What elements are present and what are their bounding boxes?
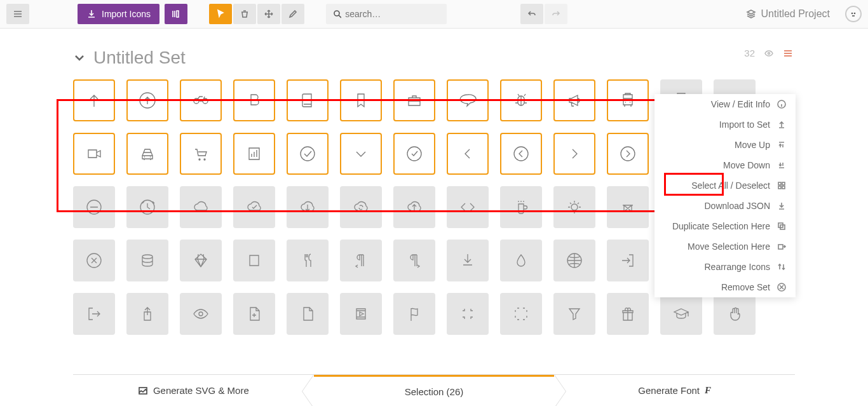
login-icon [618,251,637,270]
icon-cloud-sync[interactable] [340,186,382,228]
set-menu-icon[interactable] [783,48,793,58]
icon-flag[interactable] [393,293,435,335]
menu-item-duplicate[interactable]: Duplicate Selection Here [654,216,796,236]
import-icons-button[interactable]: Import Icons [78,4,159,24]
icon-diamond[interactable] [180,240,222,281]
icon-minus-circle[interactable] [73,186,115,228]
menu-item-moveup[interactable]: Move Up [654,135,796,155]
generate-font-tab[interactable]: Generate Font F [554,375,795,386]
icon-download[interactable] [447,240,489,281]
icon-gift[interactable] [607,293,649,335]
cutlery-icon [298,251,317,270]
icon-arrow-up[interactable] [73,79,115,121]
icon-bus[interactable] [607,79,649,121]
icon-video[interactable] [73,133,115,175]
icon-bold[interactable] [233,79,275,121]
icon-video-file[interactable] [340,293,382,335]
search-input[interactable] [345,9,440,19]
icon-bicycle[interactable] [180,79,222,121]
import-icon [86,9,97,19]
menu-item-upload[interactable]: Import to Set [654,114,796,135]
icon-cutlery[interactable] [287,240,329,281]
menu-item-download[interactable]: Download JSON [654,196,796,216]
icon-funnel[interactable] [553,293,595,335]
video-file-icon [351,304,370,323]
icon-logout[interactable] [73,293,115,335]
menu-button[interactable] [6,4,29,24]
search-box[interactable] [326,4,447,24]
icon-briefcase[interactable] [393,79,435,121]
user-avatar[interactable] [845,6,862,22]
project-name[interactable]: Untitled Project [746,8,831,20]
icon-share[interactable] [126,293,168,335]
icon-eye[interactable] [180,293,222,335]
file-icon [298,304,317,323]
icon-cloud-upload[interactable] [393,186,435,228]
menu-item-remove[interactable]: Remove Set [654,277,796,297]
edit-tool-button[interactable] [281,4,304,24]
undo-button[interactable] [520,4,543,24]
icon-book[interactable] [287,79,329,121]
generate-svg-tab[interactable]: Generate SVG & More [73,375,314,386]
chevron-down-icon[interactable] [73,51,86,64]
icon-bullhorn[interactable] [553,79,595,121]
icon-chevron-left-circle[interactable] [500,133,542,175]
icon-bookmark[interactable] [340,79,382,121]
icon-chevron-left[interactable] [447,133,489,175]
icon-arrow-up-circle[interactable] [126,79,168,121]
icon-drop[interactable] [500,240,542,281]
icon-fullscreen-exit[interactable] [447,293,489,335]
icon-chevron-right-circle[interactable] [607,133,649,175]
icon-check-circle[interactable] [393,133,435,175]
icon-dice[interactable] [233,240,275,281]
book-icon [298,91,317,110]
icon-login[interactable] [607,240,649,281]
pencil-icon [288,9,298,19]
icon-graduation[interactable] [660,293,702,335]
icon-cloud[interactable] [180,186,222,228]
svg-rect-7 [778,186,781,189]
icon-fullscreen[interactable] [500,293,542,335]
icon-hand[interactable] [714,293,756,335]
icon-coffee[interactable] [500,186,542,228]
delete-tool-button[interactable] [233,4,256,24]
x-circle-icon [85,251,104,270]
select-tool-button[interactable] [209,4,232,24]
icon-chevron-down[interactable] [340,133,382,175]
menu-item-info[interactable]: View / Edit Info [654,94,796,114]
menu-item-rearrange[interactable]: Rearrange Icons [654,257,796,277]
icon-comment[interactable] [447,79,489,121]
cloud-upload-icon [405,198,424,217]
icon-file-add[interactable] [233,293,275,335]
rearrange-icon [776,262,787,272]
icon-construction[interactable] [607,186,649,228]
menu-item-movedown[interactable]: Move Down [654,155,796,175]
redo-button[interactable] [545,4,567,24]
selection-tab[interactable]: Selection (26) [314,375,555,386]
icon-database[interactable] [126,240,168,281]
icon-chevron-right[interactable] [553,133,595,175]
icon-car[interactable] [126,133,168,175]
icon-globe[interactable] [553,240,595,281]
icon-cog[interactable] [553,186,595,228]
icon-file[interactable] [287,293,329,335]
cloud-check-icon [245,198,264,217]
icon-x-circle[interactable] [73,240,115,281]
icon-paragraph-rtl[interactable] [393,240,435,281]
eye-icon[interactable] [764,48,774,58]
library-button[interactable] [165,4,187,24]
code-icon [458,198,477,217]
icon-cart[interactable] [180,133,222,175]
icon-code[interactable] [447,186,489,228]
menu-item-movesel[interactable]: Move Selection Here [654,236,796,257]
move-tool-button[interactable] [257,4,280,24]
icon-bug[interactable] [500,79,542,121]
icon-check-circle-thin[interactable] [287,133,329,175]
icon-cloud-download[interactable] [287,186,329,228]
image-icon [138,386,148,386]
icon-paragraph-ltr[interactable] [340,240,382,281]
icon-cloud-check[interactable] [233,186,275,228]
icon-clock[interactable] [126,186,168,228]
icon-chart[interactable] [233,133,275,175]
menu-item-grid[interactable]: Select All / Deselect [654,175,796,196]
